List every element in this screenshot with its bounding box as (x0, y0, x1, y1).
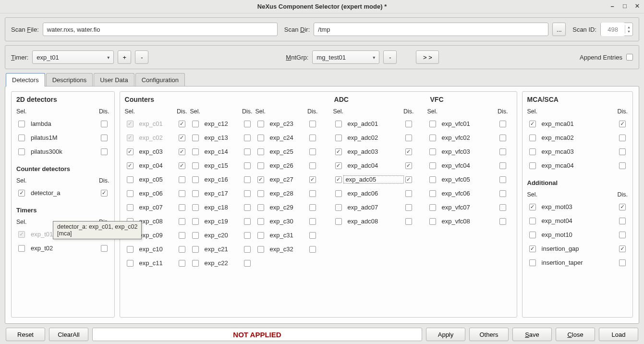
sel-checkbox[interactable] (192, 246, 199, 253)
timer-add-button[interactable]: + (118, 50, 131, 64)
sel-checkbox[interactable] (257, 190, 264, 197)
dis-checkbox[interactable] (244, 176, 251, 183)
mntgrp-combo[interactable]: mg_test01 ▾ (312, 50, 379, 64)
clearall-button[interactable]: ClearAll (49, 328, 88, 341)
dis-checkbox[interactable] (179, 162, 185, 169)
sel-checkbox[interactable] (429, 135, 436, 141)
sel-checkbox[interactable] (192, 148, 199, 155)
sel-checkbox[interactable] (18, 231, 25, 238)
sel-checkbox[interactable] (192, 190, 199, 197)
sel-checkbox[interactable] (529, 204, 536, 210)
dis-checkbox[interactable] (499, 204, 506, 211)
dis-checkbox[interactable] (309, 204, 316, 211)
maximize-icon[interactable]: □ (621, 2, 629, 10)
sel-checkbox[interactable] (429, 148, 436, 155)
sel-checkbox[interactable] (127, 176, 134, 183)
sel-checkbox[interactable] (335, 148, 342, 155)
sel-checkbox[interactable] (529, 232, 536, 238)
dis-checkbox[interactable] (244, 218, 251, 225)
sel-checkbox[interactable] (529, 135, 536, 141)
dis-checkbox[interactable] (244, 260, 251, 267)
sel-checkbox[interactable] (429, 176, 436, 183)
dis-checkbox[interactable] (499, 218, 506, 225)
sel-checkbox[interactable] (429, 190, 436, 197)
tab-descriptions[interactable]: Descriptions (46, 73, 93, 86)
dis-checkbox[interactable] (619, 246, 626, 252)
sel-checkbox[interactable] (335, 218, 342, 225)
dis-checkbox[interactable] (179, 204, 185, 211)
dis-checkbox[interactable] (499, 148, 506, 155)
dis-checkbox[interactable] (244, 162, 251, 169)
sel-checkbox[interactable] (429, 204, 436, 211)
sel-checkbox[interactable] (335, 190, 342, 197)
dis-checkbox[interactable] (179, 190, 185, 197)
dis-checkbox[interactable] (405, 162, 412, 169)
sel-checkbox[interactable] (192, 176, 199, 183)
sel-checkbox[interactable] (429, 162, 436, 169)
dis-checkbox[interactable] (619, 204, 626, 210)
dis-checkbox[interactable] (499, 121, 506, 127)
dis-checkbox[interactable] (244, 135, 251, 141)
sel-checkbox[interactable] (127, 162, 134, 169)
sel-checkbox[interactable] (192, 135, 199, 141)
sel-checkbox[interactable] (335, 162, 342, 169)
sel-checkbox[interactable] (127, 246, 134, 253)
dis-checkbox[interactable] (244, 148, 251, 155)
dis-checkbox[interactable] (499, 176, 506, 183)
dis-checkbox[interactable] (309, 190, 316, 197)
sel-checkbox[interactable] (18, 245, 25, 252)
timer-remove-button[interactable]: - (135, 50, 148, 64)
dis-checkbox[interactable] (499, 162, 506, 169)
dis-checkbox[interactable] (499, 190, 506, 197)
sel-checkbox[interactable] (529, 121, 536, 127)
scan-id-stepper[interactable]: ▲▼ (600, 23, 633, 36)
sel-checkbox[interactable] (18, 135, 25, 141)
others-button[interactable]: Others (469, 328, 509, 341)
dis-checkbox[interactable] (179, 260, 185, 267)
dis-checkbox[interactable] (405, 148, 412, 155)
dis-checkbox[interactable] (101, 135, 108, 141)
sel-checkbox[interactable] (127, 148, 134, 155)
dis-checkbox[interactable] (405, 176, 412, 183)
dis-checkbox[interactable] (405, 121, 412, 127)
dis-checkbox[interactable] (619, 162, 626, 169)
dis-checkbox[interactable] (405, 190, 412, 197)
dis-checkbox[interactable] (309, 135, 316, 141)
dis-checkbox[interactable] (309, 148, 316, 155)
dis-checkbox[interactable] (179, 218, 185, 225)
sel-checkbox[interactable] (529, 259, 536, 266)
sel-checkbox[interactable] (192, 260, 199, 267)
sel-checkbox[interactable] (127, 190, 134, 197)
sel-checkbox[interactable] (18, 148, 25, 155)
dis-checkbox[interactable] (179, 135, 185, 141)
dis-checkbox[interactable] (244, 121, 251, 127)
dis-checkbox[interactable] (179, 232, 185, 239)
dis-checkbox[interactable] (179, 246, 185, 253)
dis-checkbox[interactable] (309, 232, 316, 239)
sel-checkbox[interactable] (18, 121, 25, 127)
sel-checkbox[interactable] (192, 162, 199, 169)
sel-checkbox[interactable] (529, 246, 536, 252)
sel-checkbox[interactable] (335, 135, 342, 141)
dis-checkbox[interactable] (309, 218, 316, 225)
dis-checkbox[interactable] (619, 121, 626, 127)
dis-checkbox[interactable] (179, 121, 185, 127)
sel-checkbox[interactable] (429, 121, 436, 127)
dis-checkbox[interactable] (619, 148, 626, 155)
forward-button[interactable]: > > (416, 50, 439, 64)
dis-checkbox[interactable] (309, 246, 316, 253)
sel-checkbox[interactable] (257, 232, 264, 239)
sel-checkbox[interactable] (127, 121, 134, 127)
save-button[interactable]: Save (512, 328, 552, 341)
dis-checkbox[interactable] (244, 246, 251, 253)
tab-user-data[interactable]: User Data (94, 73, 134, 86)
dis-checkbox[interactable] (179, 148, 185, 155)
sel-checkbox[interactable] (18, 190, 25, 197)
dis-checkbox[interactable] (405, 135, 412, 141)
scan-file-input[interactable] (43, 23, 278, 36)
scan-dir-input[interactable] (314, 23, 548, 36)
sel-checkbox[interactable] (257, 218, 264, 225)
scan-id-value[interactable] (601, 23, 625, 36)
sel-checkbox[interactable] (257, 162, 264, 169)
dis-checkbox[interactable] (619, 259, 626, 266)
